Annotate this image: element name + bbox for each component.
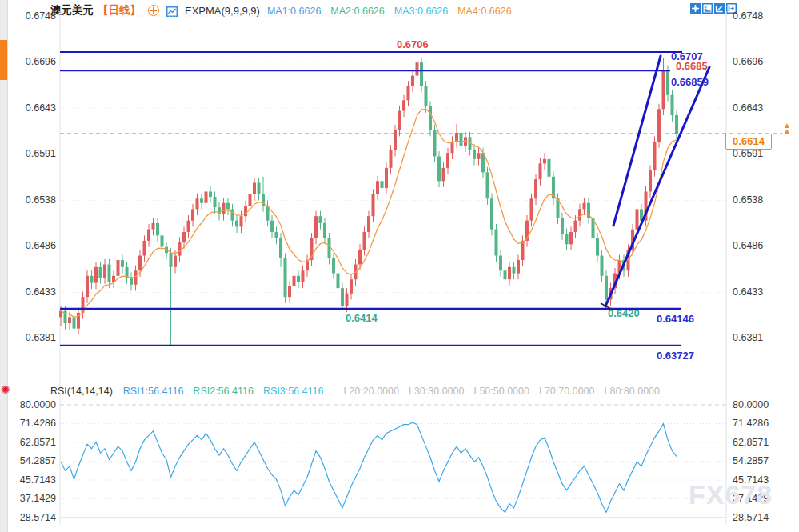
candle-body — [521, 241, 525, 260]
candle-body — [284, 258, 287, 297]
candle-body — [231, 209, 234, 220]
price-tick-label: 0.6591 — [733, 148, 763, 160]
candle-body — [442, 168, 445, 181]
candle-body — [666, 70, 669, 95]
candle-body — [481, 153, 485, 172]
candle-body — [143, 241, 146, 256]
candle-body — [279, 238, 282, 258]
candle-body — [385, 168, 388, 188]
candle-body — [314, 216, 318, 238]
candle-body — [130, 278, 133, 285]
trend-channel-line[interactable] — [613, 56, 661, 226]
candle-body — [429, 106, 432, 130]
candle-body — [174, 256, 177, 267]
candle-body — [437, 157, 441, 182]
candle-body — [583, 203, 586, 210]
rsi-tick-label: 71.4286 — [8, 418, 56, 430]
candle-body — [517, 260, 520, 273]
price-annotation: 0.6420 — [608, 308, 640, 319]
candle-body — [596, 238, 599, 256]
price-tick-label: 0.6433 — [733, 286, 763, 298]
rsi-tick-label: 80.0000 — [8, 399, 56, 411]
candle-body — [420, 62, 423, 86]
candle-body — [486, 172, 489, 198]
candle-body — [490, 198, 493, 229]
candle-body — [134, 270, 138, 285]
candle-body — [319, 216, 322, 223]
candle-body — [178, 242, 182, 255]
candle-body — [117, 260, 120, 276]
candle-body — [240, 216, 243, 226]
candle-body — [460, 133, 463, 146]
candle-body — [73, 317, 76, 328]
candle-body — [249, 194, 252, 206]
price-annotation: 0.63727 — [657, 350, 694, 362]
candle-body — [601, 256, 604, 276]
candle-body — [161, 235, 164, 246]
candle-body — [346, 294, 349, 306]
price-tick-label: 0.6486 — [8, 240, 56, 252]
candle-body — [226, 203, 230, 210]
candle-body — [425, 86, 428, 106]
rsi-tick-label: 62.8571 — [8, 437, 56, 449]
watermark: FX678 — [689, 479, 773, 510]
rsi-level-values: L20:20.0000L30:30.0000L50:50.0000L70:70.… — [343, 386, 669, 397]
candle-body — [90, 276, 94, 283]
candle-body — [302, 270, 305, 282]
candle-body — [156, 223, 159, 235]
candle-body — [367, 216, 370, 232]
candle-body — [270, 221, 274, 232]
candle-body — [191, 209, 194, 220]
price-tick-label: 0.6591 — [8, 148, 56, 160]
price-tick-label: 0.6381 — [733, 332, 763, 344]
price-tick-label: 0.6538 — [8, 194, 56, 206]
candle-body — [103, 265, 106, 278]
rsi-level-value: L50:50.0000 — [473, 386, 529, 397]
candle-body — [152, 223, 155, 230]
candle-body — [182, 232, 186, 242]
candle-body — [108, 265, 111, 282]
candle-body — [222, 203, 226, 214]
candle-body — [473, 150, 476, 159]
trend-channel-line[interactable] — [605, 67, 709, 306]
candle-body — [293, 276, 296, 286]
candle-body — [358, 250, 362, 265]
candle-body — [200, 198, 203, 202]
current-price-box: 0.6614 — [725, 134, 772, 150]
candle-body — [288, 286, 291, 297]
rsi-tick-label: 62.8571 — [733, 437, 769, 449]
price-annotation: 0.6685 — [676, 61, 708, 72]
price-tick-label: 0.6643 — [733, 102, 763, 114]
candle-body — [381, 181, 384, 188]
candle-body — [376, 181, 379, 194]
candle-body — [253, 182, 256, 194]
candle-body — [363, 232, 366, 250]
candle-body — [147, 230, 150, 241]
candle-body — [350, 279, 353, 294]
candle-body — [214, 197, 217, 207]
rsi-level-value: L30:30.0000 — [409, 386, 465, 397]
rsi-tick-label: 54.2857 — [733, 455, 769, 467]
candle-body — [446, 153, 449, 168]
candle-body — [341, 288, 344, 306]
candle-body — [477, 153, 481, 159]
price-annotation: 0.6706 — [397, 39, 429, 50]
candle-body — [244, 206, 247, 216]
candle-body — [68, 317, 71, 323]
trading-app-window: 澳元美元 【日线】 EXPMA(9,9,9,9) MA1:0.6626MA2:0… — [0, 0, 799, 532]
candle-body — [187, 221, 190, 232]
candle-body — [205, 191, 208, 202]
rsi-panel-icon[interactable]: ✺ — [1, 384, 10, 395]
candle-body — [543, 159, 546, 163]
candle-body — [275, 232, 278, 238]
candle-body — [534, 179, 537, 198]
candle-body — [649, 170, 652, 191]
candle-body — [565, 234, 569, 244]
candle-body — [499, 256, 502, 271]
candle-body — [138, 256, 142, 271]
price-tick-label: 0.6486 — [733, 240, 763, 252]
rsi-tick-label: 28.5714 — [8, 512, 56, 524]
candle-body — [390, 150, 393, 168]
candle-body — [605, 276, 608, 300]
rsi-header: RSI(14,14,14) RSI1:56.4116RSI2:56.4116RS… — [50, 386, 669, 397]
